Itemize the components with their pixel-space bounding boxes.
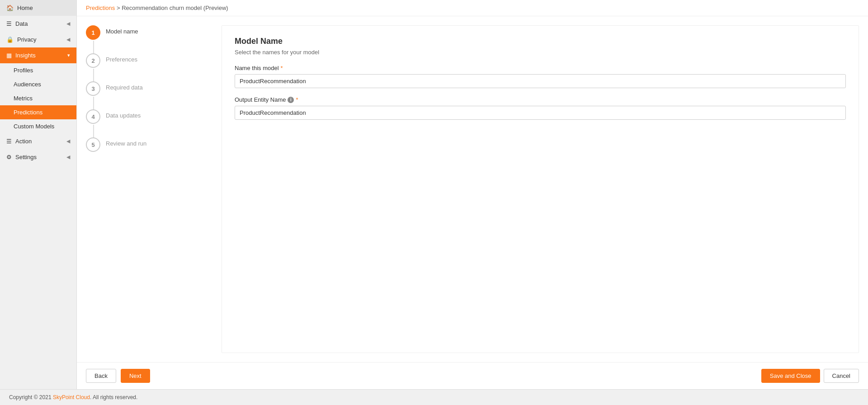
sidebar-item-label: Home: [17, 5, 33, 11]
lock-icon: 🔒: [6, 36, 14, 43]
save-close-button[interactable]: Save and Close: [761, 369, 820, 383]
brand-link[interactable]: SkyPoint Cloud: [53, 394, 90, 400]
chevron-right-icon: ◀: [66, 154, 70, 160]
sidebar-item-privacy[interactable]: 🔒 Privacy ◀: [0, 32, 76, 47]
breadcrumb-parent[interactable]: Predictions: [86, 5, 115, 11]
sidebar-subitem-label: Audiences: [14, 81, 41, 88]
step-label-4: Data updates: [106, 109, 141, 119]
sidebar-item-data[interactable]: ☰ Data ◀: [0, 16, 76, 32]
chart-icon: ▦: [6, 52, 12, 59]
chevron-down-icon: ▾: [67, 52, 70, 58]
chevron-right-icon: ◀: [66, 37, 70, 42]
sidebar-subitem-profiles[interactable]: Profiles: [0, 63, 76, 77]
output-entity-name-group: Output Entity Name i *: [235, 96, 846, 120]
info-icon[interactable]: i: [288, 97, 294, 103]
sidebar-item-insights[interactable]: ▦ Insights ▾: [0, 47, 76, 63]
footer-bar: Back Next Save and Close Cancel: [77, 362, 868, 389]
step-circle-4: 4: [86, 109, 100, 124]
required-star-1: *: [281, 65, 283, 71]
required-star-2: *: [296, 96, 298, 103]
model-name-group: Name this model *: [235, 65, 846, 88]
step-circle-1: 1: [86, 25, 100, 40]
step-circle-3: 3: [86, 81, 100, 96]
cancel-button[interactable]: Cancel: [824, 369, 859, 383]
home-icon: 🏠: [6, 5, 14, 11]
form-panel: Model Name Select the names for your mod…: [222, 25, 859, 353]
sidebar-subitem-custom-models[interactable]: Custom Models: [0, 119, 76, 133]
sidebar-subitem-predictions[interactable]: Predictions: [0, 105, 76, 119]
main-content: Predictions > Recommendation churn model…: [77, 0, 868, 389]
back-button[interactable]: Back: [86, 369, 116, 383]
step-circle-5: 5: [86, 137, 100, 152]
copyright-suffix: . All rights reserved.: [90, 394, 137, 400]
step-label-3: Required data: [106, 81, 143, 91]
settings-icon: ⚙: [6, 154, 12, 160]
next-button[interactable]: Next: [121, 369, 150, 383]
sidebar-subitem-label: Predictions: [14, 109, 42, 116]
sidebar-item-action[interactable]: ☰ Action ◀: [0, 133, 76, 149]
output-entity-name-label: Output Entity Name i *: [235, 96, 846, 103]
data-icon: ☰: [6, 20, 12, 27]
sidebar-item-settings[interactable]: ⚙ Settings ◀: [0, 149, 76, 165]
model-name-label: Name this model *: [235, 65, 846, 71]
sidebar-subitem-audiences[interactable]: Audiences: [0, 77, 76, 91]
sidebar-subitem-label: Profiles: [14, 67, 33, 74]
sidebar-item-label: Data: [15, 20, 28, 27]
step-5: 5 Review and run: [86, 137, 212, 152]
sidebar-item-home[interactable]: 🏠 Home: [0, 0, 76, 16]
sidebar: 🏠 Home ☰ Data ◀ 🔒 Privacy ◀ ▦ Insights ▾…: [0, 0, 77, 389]
step-label-1: Model name: [106, 25, 138, 35]
action-icon: ☰: [6, 138, 12, 145]
copyright: Copyright © 2021 SkyPoint Cloud. All rig…: [0, 389, 868, 405]
sidebar-item-label: Settings: [15, 154, 37, 160]
sidebar-subitem-label: Custom Models: [14, 123, 54, 130]
steps-panel: 1 Model name 2 Preferences 3 Required: [86, 25, 212, 353]
copyright-text: Copyright © 2021: [9, 394, 53, 400]
step-3: 3 Required data: [86, 81, 212, 96]
form-subtitle: Select the names for your model: [235, 49, 846, 56]
breadcrumb-current: Recommendation churn model (Preview): [122, 5, 228, 11]
breadcrumb: Predictions > Recommendation churn model…: [77, 0, 868, 16]
form-title: Model Name: [235, 37, 846, 46]
sidebar-subitem-metrics[interactable]: Metrics: [0, 91, 76, 105]
sidebar-subitem-label: Metrics: [14, 95, 33, 102]
output-entity-name-input[interactable]: [235, 106, 846, 120]
chevron-right-icon: ◀: [66, 21, 70, 27]
step-circle-2: 2: [86, 53, 100, 68]
step-label-5: Review and run: [106, 137, 146, 147]
step-2: 2 Preferences: [86, 53, 212, 68]
sidebar-item-label: Privacy: [17, 36, 37, 43]
page-body: 1 Model name 2 Preferences 3 Required: [77, 16, 868, 362]
step-4: 4 Data updates: [86, 109, 212, 124]
chevron-right-icon: ◀: [66, 138, 70, 144]
step-1: 1 Model name: [86, 25, 212, 40]
sidebar-item-label: Insights: [15, 52, 36, 59]
step-label-2: Preferences: [106, 53, 137, 63]
model-name-input[interactable]: [235, 74, 846, 88]
breadcrumb-separator: >: [117, 5, 122, 11]
footer-right: Save and Close Cancel: [761, 369, 859, 383]
sidebar-item-label: Action: [15, 138, 32, 145]
